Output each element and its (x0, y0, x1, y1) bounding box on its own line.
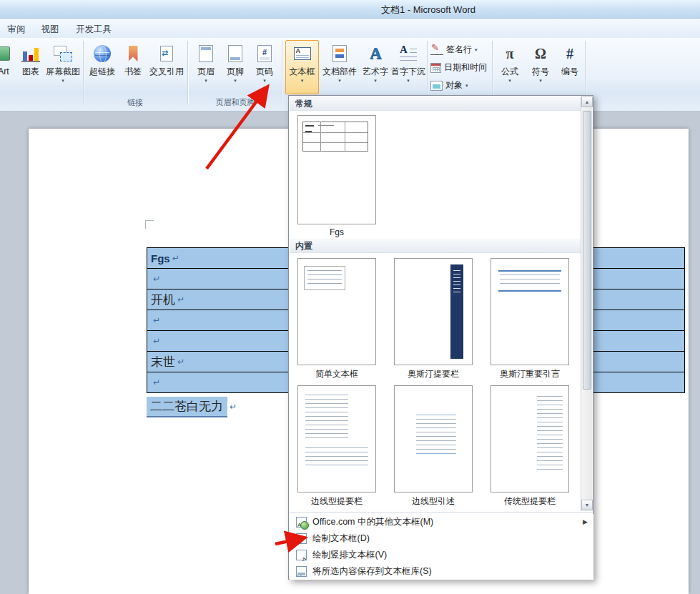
gallery-preview (491, 385, 569, 492)
bookmark-icon (129, 41, 138, 66)
drop-cap-button[interactable]: 首字下沉 ▾ (390, 40, 426, 94)
scroll-down-button[interactable]: ▼ (581, 500, 593, 510)
chevron-down-icon: ▾ (234, 77, 237, 84)
chevron-down-icon: ▾ (263, 77, 266, 84)
chevron-down-icon: ▾ (508, 77, 511, 84)
scroll-up-button[interactable]: ▲ (581, 96, 593, 107)
paragraph-mark-icon: ↵ (177, 357, 184, 367)
paragraph-mark-icon: ↵ (153, 274, 160, 284)
tab-developer[interactable]: 开发工具 (70, 21, 117, 37)
cross-reference-button[interactable]: 交叉引用 (147, 40, 186, 94)
bookmark-button[interactable]: 书签 (120, 40, 146, 94)
header-button[interactable]: 页眉 ▾ (192, 40, 220, 94)
wordart-button[interactable]: 艺术字 ▾ (360, 40, 390, 94)
equation-button[interactable]: π 公式 ▾ (495, 40, 525, 94)
page-number-button[interactable]: 页码 ▾ (250, 40, 279, 94)
paragraph-mark-icon: ↵ (153, 315, 160, 325)
object-icon (430, 81, 443, 91)
draw-textbox-icon (296, 533, 307, 544)
group-divider (282, 41, 283, 104)
gallery-item-fgs[interactable]: Fgs (293, 113, 380, 240)
paragraph-mark-icon: ↵ (153, 377, 160, 387)
paragraph-mark-icon: ↵ (153, 336, 160, 346)
ribbon-tab-row: 审阅 视图 开发工具 (0, 19, 700, 38)
symbol-button[interactable]: Ω 符号 ▾ (526, 40, 555, 94)
text-box-icon (294, 41, 311, 66)
wordart-icon (367, 41, 384, 66)
selected-paragraph[interactable]: 二二苍白无力 ↵ (147, 397, 237, 416)
office-com-textbox-icon (296, 517, 307, 528)
selected-text: 二二苍白无力 (147, 397, 227, 417)
chevron-down-icon: ▾ (465, 82, 468, 89)
quick-parts-button[interactable]: 文档部件 ▾ (320, 40, 359, 94)
chevron-down-icon: ▾ (61, 77, 64, 84)
chevron-down-icon: ▾ (374, 77, 377, 84)
chevron-down-icon: ▾ (301, 77, 304, 84)
footer-icon (228, 41, 242, 66)
draw-vertical-textbox-icon (296, 550, 307, 560)
text-box-gallery-dropdown: 常规 Fgs 内置 简单文本框 奥斯汀提要栏 (288, 95, 593, 580)
gallery-item-austin-sidebar[interactable]: 奥斯汀提要栏 (390, 256, 477, 379)
gallery-scrollbar[interactable]: ▲ ▼ (581, 96, 592, 511)
group-label-links: 链接 (84, 97, 186, 107)
footer-button[interactable]: 页脚 ▾ (222, 40, 249, 94)
drop-cap-icon (399, 41, 418, 66)
chevron-down-icon: ▾ (407, 77, 410, 84)
group-divider (83, 41, 84, 104)
gallery-preview (297, 385, 376, 492)
group-divider (427, 41, 428, 104)
header-icon (199, 41, 213, 66)
gallery-item-austin-quote[interactable]: 奥斯汀重要引言 (486, 256, 573, 379)
gallery-preview (394, 258, 473, 365)
date-time-icon (430, 63, 441, 73)
number-button[interactable]: # 编号 (556, 40, 583, 94)
signature-line-button[interactable]: 签名行 ▾ (429, 41, 491, 59)
tab-review[interactable]: 审阅 (1, 21, 31, 37)
chart-icon (21, 41, 40, 66)
word-window: 文档1 - Microsoft Word 审阅 视图 开发工具 Art 图表 屏… (0, 0, 700, 594)
number-hash-icon: # (566, 41, 573, 66)
signature-line-icon (430, 44, 443, 55)
gallery-preview (394, 385, 473, 492)
text-small-buttons: 签名行 ▾ 日期和时间 对象 ▾ (429, 41, 491, 94)
menu-separator (290, 512, 592, 513)
chart-button[interactable]: 图表 (17, 40, 44, 94)
hyperlink-button[interactable]: 超链接 (86, 40, 119, 94)
menu-item-more-textboxes-office[interactable]: Office.com 中的其他文本框(M) ▶ (290, 514, 593, 530)
paragraph-mark-icon: ↵ (177, 294, 184, 305)
hyperlink-globe-icon (94, 41, 111, 66)
gallery-item-simple-textbox[interactable]: 简单文本框 (293, 256, 380, 379)
chevron-down-icon: ▾ (204, 77, 207, 84)
gallery-preview (491, 258, 569, 365)
date-time-button[interactable]: 日期和时间 (429, 59, 491, 76)
chevron-down-icon: ▾ (475, 46, 478, 53)
gallery-item-traditional-sidebar[interactable]: 传统型提要栏 (486, 383, 573, 506)
gallery-item-sideline-quote[interactable]: 边线型引述 (390, 383, 477, 506)
gallery-preview (297, 258, 376, 365)
smartart-button[interactable]: Art (0, 40, 17, 94)
menu-item-save-selection-to-gallery[interactable]: 将所选内容保存到文本框库(S) (290, 563, 593, 580)
chevron-down-icon: ▾ (539, 77, 542, 84)
save-to-textbox-gallery-icon (296, 566, 307, 577)
gallery-item-sideline-sidebar[interactable]: 边线型提要栏 (293, 383, 380, 506)
smartart-icon (0, 41, 10, 66)
window-title: 文档1 - Microsoft Word (381, 4, 475, 16)
group-divider (585, 41, 586, 104)
menu-item-draw-vertical-textbox[interactable]: 绘制竖排文本框(V) (290, 547, 593, 563)
equation-pi-icon: π (506, 41, 514, 66)
paragraph-mark-icon: ↵ (230, 402, 237, 412)
page-number-icon (257, 41, 272, 66)
screenshot-button[interactable]: 屏幕截图 ▾ (44, 40, 82, 94)
screenshot-icon (54, 41, 72, 66)
quick-parts-icon (332, 41, 347, 66)
tab-view[interactable]: 视图 (36, 21, 64, 37)
symbol-omega-icon: Ω (535, 41, 546, 66)
object-button[interactable]: 对象 ▾ (429, 76, 491, 94)
text-box-button[interactable]: 文本框 ▾ (285, 40, 319, 94)
menu-item-draw-textbox[interactable]: 绘制文本框(D) (290, 530, 593, 547)
margin-crop-mark (145, 220, 154, 229)
gallery-section-general: 常规 (290, 96, 582, 111)
submenu-arrow-icon: ▶ (583, 514, 588, 530)
scrollbar-thumb[interactable] (583, 111, 591, 390)
gallery-section-builtin: 内置 (290, 239, 582, 253)
